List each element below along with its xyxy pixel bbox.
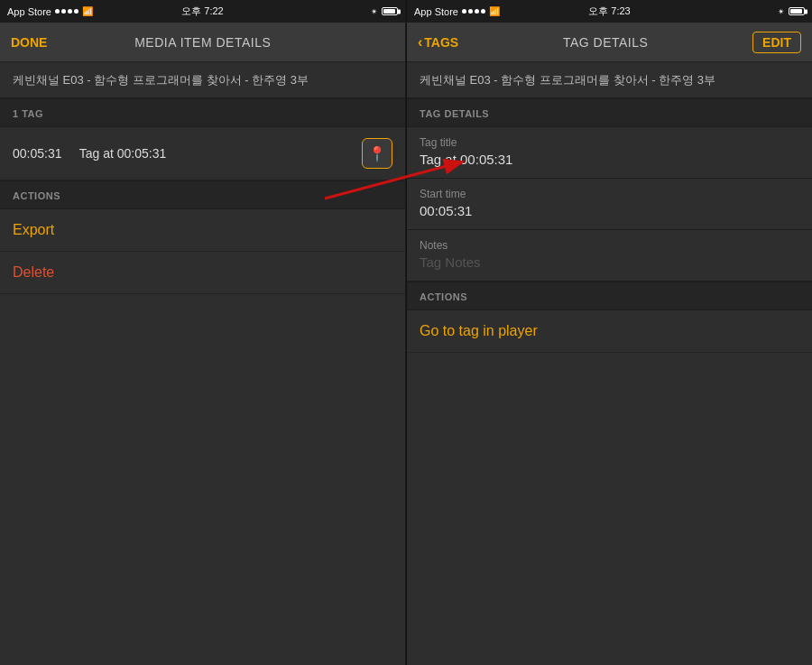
delete-action-row[interactable]: Delete	[0, 252, 405, 294]
left-tag-time: 00:05:31	[13, 146, 62, 161]
right-phone-panel: App Store 📶 오후 7:23 ✴ ‹ TAGS TAG DETAILS…	[406, 0, 812, 665]
right-nav-title: TAG DETAILS	[466, 35, 745, 50]
tag-pin-button[interactable]: 📍	[362, 138, 392, 169]
left-spacer	[0, 294, 405, 665]
done-button[interactable]: DONE	[11, 35, 47, 50]
left-status-left: App Store 📶	[7, 6, 137, 17]
go-to-tag-row[interactable]: Go to tag in player	[407, 310, 812, 353]
tag-title-label: Tag title	[420, 136, 799, 149]
go-to-tag-label: Go to tag in player	[420, 323, 538, 338]
delete-label: Delete	[13, 264, 54, 280]
right-signal	[462, 9, 485, 14]
right-wifi-icon: 📶	[489, 6, 500, 16]
export-action-row[interactable]: Export	[0, 209, 405, 252]
left-subtitle: 케빈채널 E03 - 함수형 프로그래머를 찾아서 - 한주영 3부	[13, 73, 309, 87]
right-subtitle: 케빈채널 E03 - 함수형 프로그래머를 찾아서 - 한주영 3부	[420, 73, 715, 87]
right-status-bar: App Store 📶 오후 7:23 ✴	[407, 0, 812, 23]
r-signal-dot-3	[475, 9, 479, 14]
signal-dot-1	[55, 9, 60, 14]
left-tag-label: Tag at 00:05:31	[79, 146, 167, 161]
left-tag-row[interactable]: 00:05:31 Tag at 00:05:31 📍	[0, 127, 405, 180]
left-subtitle-row: 케빈채널 E03 - 함수형 프로그래머를 찾아서 - 한주영 3부	[0, 62, 405, 98]
right-battery-icon	[789, 7, 805, 15]
right-app-name: App Store	[414, 6, 458, 17]
left-nav-bar: DONE MEDIA ITEM DETAILS	[0, 23, 405, 62]
signal-dot-3	[68, 9, 72, 14]
right-nav-bar: ‹ TAGS TAG DETAILS EDIT	[407, 23, 812, 62]
left-wifi-icon: 📶	[82, 6, 93, 16]
left-bluetooth-icon: ✴	[371, 7, 378, 16]
right-tag-detail-header-text: TAG DETAILS	[420, 108, 489, 119]
right-bluetooth-icon: ✴	[778, 7, 785, 16]
left-status-bar: App Store 📶 오후 7:22 ✴	[0, 0, 405, 23]
right-subtitle-row: 케빈채널 E03 - 함수형 프로그래머를 찾아서 - 한주영 3부	[407, 62, 812, 98]
left-battery-icon	[382, 7, 398, 15]
back-chevron-icon: ‹	[418, 34, 422, 51]
left-actions-header-text: ACTIONS	[13, 190, 60, 201]
start-time-label: Start time	[420, 188, 799, 200]
left-battery-fill	[383, 9, 395, 14]
left-tag-section-header: 1 TAG	[0, 98, 405, 127]
notes-label: Notes	[420, 239, 799, 252]
left-nav-title: MEDIA ITEM DETAILS	[54, 35, 351, 50]
right-time: 오후 7:23	[544, 5, 674, 18]
edit-button[interactable]: EDIT	[752, 32, 801, 53]
r-signal-dot-2	[468, 9, 473, 14]
back-label: TAGS	[424, 35, 458, 50]
right-actions-section-header: ACTIONS	[407, 282, 812, 310]
start-time-value: 00:05:31	[420, 203, 799, 218]
left-phone-panel: App Store 📶 오후 7:22 ✴ DONE MEDIA ITEM DE…	[0, 0, 406, 665]
right-tag-detail-header: TAG DETAILS	[407, 98, 812, 127]
back-tags-button[interactable]: ‹ TAGS	[418, 34, 458, 51]
left-tag-header-text: 1 TAG	[13, 108, 43, 119]
r-signal-dot-1	[462, 9, 466, 14]
left-tag-time-text: 00:05:31 Tag at 00:05:31	[13, 146, 166, 161]
pin-icon: 📍	[368, 145, 386, 162]
left-status-right: ✴	[268, 7, 398, 16]
signal-dot-4	[74, 9, 78, 14]
right-battery-fill	[790, 9, 802, 14]
signal-dot-2	[61, 9, 66, 14]
left-signal	[55, 9, 78, 14]
right-status-right: ✴	[675, 7, 805, 16]
right-spacer	[407, 353, 812, 665]
left-app-name: App Store	[7, 6, 51, 17]
export-label: Export	[13, 222, 54, 237]
right-status-left: App Store 📶	[414, 6, 544, 17]
start-time-field: Start time 00:05:31	[407, 179, 812, 230]
tag-title-value: Tag at 00:05:31	[420, 152, 799, 167]
right-actions-header-text: ACTIONS	[420, 291, 467, 302]
notes-field: Notes Tag Notes	[407, 230, 812, 282]
left-time: 오후 7:22	[137, 5, 267, 18]
tag-title-field: Tag title Tag at 00:05:31	[407, 127, 812, 179]
r-signal-dot-4	[481, 9, 485, 14]
notes-placeholder: Tag Notes	[420, 254, 799, 270]
left-actions-section-header: ACTIONS	[0, 180, 405, 209]
